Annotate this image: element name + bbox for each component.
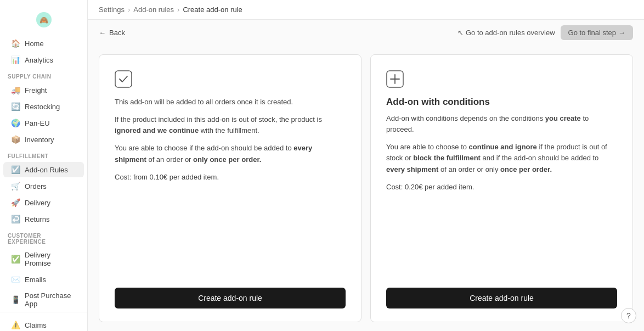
orders-icon: 🛒: [11, 182, 20, 190]
home-icon: 🏠: [11, 39, 20, 48]
analytics-icon: 📊: [11, 55, 20, 64]
sidebar-item-claims[interactable]: ⚠️ Claims: [3, 317, 84, 331]
simple-cost: Cost: from 0.10€ per added item.: [115, 172, 346, 183]
delivery-icon: 🚀: [11, 198, 20, 207]
help-icon: ?: [626, 311, 631, 320]
sidebar-item-label: Post Purchase App: [25, 291, 76, 308]
sidebar-item-label: Returns: [25, 215, 50, 223]
simple-addon-icon: [115, 70, 132, 88]
restocking-icon: 🔄: [11, 102, 20, 111]
goto-final-button[interactable]: Go to final step →: [561, 25, 633, 40]
delivery-promise-icon: ✅: [11, 255, 20, 263]
user-avatar: 🙈: [36, 12, 52, 27]
claims-icon: ⚠️: [11, 321, 20, 329]
section-fulfillment: FULFILLMENT: [0, 148, 87, 161]
simple-desc3: You are able to choose if the add-on sho…: [115, 143, 346, 165]
svg-rect-0: [115, 71, 132, 87]
sidebar-item-delivery-promise[interactable]: ✅ Delivery Promise: [3, 248, 84, 271]
conditions-card-title: Add-on with conditions: [386, 97, 617, 108]
back-label: Back: [109, 29, 125, 37]
sidebar-item-analytics[interactable]: 📊 Analytics: [3, 52, 84, 68]
emails-icon: ✉️: [11, 275, 20, 284]
topbar: ← Back ↖ Go to add-on rules overview Go …: [88, 20, 644, 46]
breadcrumb-addon-rules[interactable]: Add-on rules: [133, 5, 174, 14]
sidebar-item-addon-rules[interactable]: ☑️ Add-on Rules: [3, 162, 84, 177]
sidebar-item-home[interactable]: 🏠 Home: [3, 36, 84, 51]
goto-final-arrow-icon: →: [618, 29, 625, 37]
pan-eu-icon: 🌍: [11, 119, 20, 127]
eye-slash-icon: 🙈: [39, 16, 48, 24]
main-content: Settings › Add-on rules › Create add-on …: [88, 0, 644, 331]
sidebar-item-emails[interactable]: ✉️ Emails: [3, 272, 84, 287]
simple-create-button[interactable]: Create add-on rule: [115, 288, 346, 308]
sidebar-item-label: Claims: [25, 321, 47, 329]
sidebar-item-freight[interactable]: 🚚 Freight: [3, 82, 84, 98]
section-supply-chain: SUPPLY CHAIN: [0, 68, 87, 82]
goto-overview-label: Go to add-on rules overview: [466, 29, 555, 37]
sidebar-item-delivery[interactable]: 🚀 Delivery: [3, 195, 84, 210]
conditions-desc1: Add-on with conditions depends on the co…: [386, 113, 617, 135]
card-simple: This add-on will be added to all orders …: [99, 54, 361, 322]
sidebar-item-label: Restocking: [25, 103, 60, 111]
conditions-card-body: Add-on with conditions depends on the co…: [386, 113, 617, 274]
card-conditions: Add-on with conditions Add-on with condi…: [370, 54, 633, 322]
freight-icon: 🚚: [11, 86, 20, 94]
breadcrumb-chevron-2: ›: [177, 5, 179, 14]
returns-icon: ↩️: [11, 215, 20, 223]
inventory-icon: 📦: [11, 135, 20, 144]
avatar-area: 🙈: [0, 4, 87, 35]
sidebar-item-returns[interactable]: ↩️ Returns: [3, 211, 84, 227]
addon-rules-icon: ☑️: [11, 165, 20, 174]
sidebar-item-label: Orders: [25, 182, 47, 190]
conditions-create-button[interactable]: Create add-on rule: [386, 288, 617, 308]
sidebar-item-label: Emails: [25, 276, 46, 284]
goto-overview-button[interactable]: ↖ Go to add-on rules overview: [457, 29, 555, 37]
sidebar-item-post-purchase-app[interactable]: 📱 Post Purchase App: [3, 288, 84, 311]
breadcrumb: Settings › Add-on rules › Create add-on …: [88, 0, 644, 20]
help-button[interactable]: ?: [621, 308, 636, 323]
back-button[interactable]: ← Back: [99, 29, 125, 37]
simple-desc1: This add-on will be added to all orders …: [115, 97, 346, 108]
conditions-desc2: You are able to choose to continue and i…: [386, 142, 617, 175]
conditions-cost: Cost: 0.20€ per added item.: [386, 182, 617, 193]
simple-card-body: This add-on will be added to all orders …: [115, 97, 346, 274]
sidebar-item-label: Freight: [25, 86, 47, 94]
sidebar-item-orders[interactable]: 🛒 Orders: [3, 178, 84, 194]
sidebar: 🙈 🏠 Home 📊 Analytics SUPPLY CHAIN 🚚 Frei…: [0, 0, 88, 331]
sidebar-item-label: Pan-EU: [25, 119, 50, 127]
goto-overview-arrow-icon: ↖: [457, 29, 464, 37]
sidebar-item-pan-eu[interactable]: 🌍 Pan-EU: [3, 115, 84, 131]
topbar-right: ↖ Go to add-on rules overview Go to fina…: [457, 25, 633, 40]
sidebar-item-label: Add-on Rules: [25, 166, 68, 174]
sidebar-item-label: Delivery: [25, 199, 50, 207]
sidebar-item-label: Inventory: [25, 136, 54, 144]
conditions-addon-icon: [386, 70, 404, 88]
breadcrumb-settings[interactable]: Settings: [99, 5, 125, 14]
sidebar-item-label: Home: [25, 40, 44, 48]
sidebar-item-restocking[interactable]: 🔄 Restocking: [3, 99, 84, 114]
back-arrow-icon: ←: [99, 29, 106, 37]
simple-desc2: If the product included in this add-on i…: [115, 114, 346, 136]
post-purchase-icon: 📱: [11, 295, 20, 304]
sidebar-item-inventory[interactable]: 📦 Inventory: [3, 132, 84, 147]
section-cx: CUSTOMER EXPERIENCE: [0, 227, 87, 247]
breadcrumb-chevron-1: ›: [128, 5, 130, 14]
sidebar-item-label: Analytics: [25, 56, 53, 64]
cards-area: This add-on will be added to all orders …: [88, 46, 644, 331]
goto-final-label: Go to final step: [568, 29, 616, 37]
breadcrumb-current: Create add-on rule: [183, 5, 242, 14]
sidebar-item-label: Delivery Promise: [25, 251, 76, 267]
